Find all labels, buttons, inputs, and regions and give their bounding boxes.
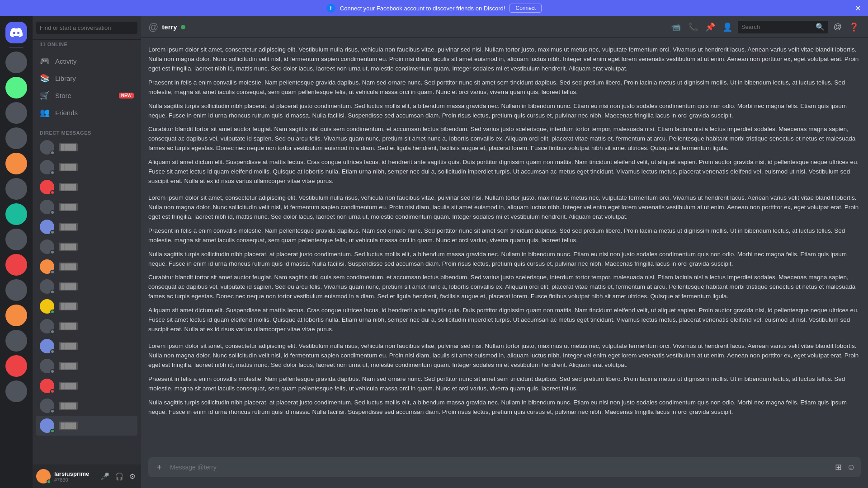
connect-button[interactable]: Connect	[509, 4, 542, 13]
server-icon[interactable]	[5, 305, 27, 326]
search-container[interactable]: 🔍	[738, 21, 828, 33]
server-icon[interactable]	[5, 254, 27, 276]
at-symbol: @	[148, 21, 158, 33]
dm-status-dot	[50, 210, 55, 215]
message-paragraph: Praesent in felis a enim convallis moles…	[148, 78, 861, 97]
dm-status-dot	[50, 290, 55, 294]
nav-label-store: Store	[55, 92, 71, 99]
add-attachment-button[interactable]: +	[152, 460, 166, 474]
message-input[interactable]	[170, 460, 830, 474]
message-block-m2: Lorem ipsum dolor sit amet, consectetur …	[148, 193, 861, 334]
header-actions: 📹 📞 📌 👤 🔍 @ ❓	[669, 20, 861, 34]
server-icon[interactable]	[5, 102, 27, 124]
dm-name: ████	[59, 223, 78, 231]
banner-close-button[interactable]: ✕	[855, 4, 861, 13]
dm-item-dm9[interactable]: ████	[36, 296, 137, 316]
message-block-m3: Lorem ipsum dolor sit amet, consectetur …	[148, 342, 861, 417]
message-paragraph: Lorem ipsum dolor sit amet, consectetur …	[148, 45, 861, 74]
dm-item-dm2[interactable]: ████	[36, 157, 137, 177]
messages-area: Lorem ipsum dolor sit amet, consectetur …	[141, 38, 868, 457]
message-input-box: + ⊞ ☺	[148, 457, 861, 477]
mute-button[interactable]: 🎤	[99, 471, 111, 482]
emoji-button[interactable]: ☺	[845, 461, 857, 474]
dm-status-dot	[50, 150, 55, 155]
dm-status-dot	[50, 389, 55, 394]
dm-status-dot	[50, 349, 55, 354]
dm-name: ████	[59, 163, 78, 171]
username: larsiusprime	[54, 470, 95, 477]
nav-item-store[interactable]: 🛒 Store NEW	[36, 87, 137, 104]
dm-item-dm3[interactable]: ████	[36, 177, 137, 197]
dm-item-dm8[interactable]: ████	[36, 277, 137, 296]
server-icon[interactable]	[5, 330, 27, 352]
dm-name: ████	[59, 263, 78, 271]
dm-status-dot	[50, 310, 55, 314]
dm-status-dot	[50, 190, 55, 195]
server-icon[interactable]	[5, 279, 27, 301]
voice-call-button[interactable]: 📞	[686, 20, 700, 34]
store-icon: 🛒	[40, 90, 50, 100]
pin-button[interactable]: 📌	[703, 20, 717, 34]
help-button[interactable]: ❓	[847, 20, 861, 34]
server-separator	[9, 47, 24, 48]
dm-name: ████	[59, 322, 78, 330]
dm-item-dm1[interactable]: ████	[36, 137, 137, 157]
dm-item-dm6[interactable]: ████	[36, 237, 137, 257]
search-input[interactable]	[741, 23, 816, 30]
server-icon[interactable]	[5, 380, 27, 402]
search-bar	[33, 16, 141, 40]
server-icon[interactable]	[5, 178, 27, 200]
server-icon[interactable]	[5, 52, 27, 73]
video-call-button[interactable]: 📹	[669, 20, 683, 34]
dm-avatar	[40, 200, 54, 214]
friends-icon: 👥	[40, 108, 50, 117]
dm-status-dot	[50, 250, 55, 254]
library-icon: 📚	[40, 73, 50, 83]
server-icon[interactable]	[5, 127, 27, 149]
dm-item-dm15[interactable]: ████	[36, 416, 137, 436]
dm-name: ████	[59, 402, 78, 410]
deafen-button[interactable]: 🎧	[113, 471, 126, 482]
dm-item-dm7[interactable]: ████	[36, 257, 137, 277]
dm-item-dm11[interactable]: ████	[36, 336, 137, 356]
dm-avatar	[40, 339, 54, 353]
dm-status-dot	[50, 369, 55, 374]
discord-home-button[interactable]	[5, 22, 27, 43]
dm-name: ████	[59, 143, 78, 151]
gif-button[interactable]: ⊞	[833, 460, 844, 474]
dm-avatar	[40, 239, 54, 254]
dm-avatar	[40, 379, 54, 393]
dm-item-dm4[interactable]: ████	[36, 197, 137, 217]
settings-button[interactable]: ⚙	[127, 471, 137, 482]
dm-list: ████ ████ ████ ████ ████ ████ ████	[33, 137, 141, 465]
dm-section-title: DIRECT MESSAGES	[33, 123, 141, 137]
dm-name: ████	[59, 302, 78, 310]
activity-icon: 🎮	[40, 56, 50, 66]
dm-item-dm10[interactable]: ████	[36, 316, 137, 336]
message-paragraph: Praesent in felis a enim convallis moles…	[148, 226, 861, 245]
nav-item-library[interactable]: 📚 Library	[36, 70, 137, 87]
server-icon[interactable]	[5, 153, 27, 174]
add-member-button[interactable]: 👤	[721, 20, 734, 34]
at-button[interactable]: @	[832, 20, 844, 33]
user-status-dot	[47, 479, 51, 484]
banner-text: Connect your Facebook account to discove…	[340, 5, 505, 12]
user-avatar	[36, 469, 51, 483]
dm-item-dm14[interactable]: ████	[36, 396, 137, 416]
server-icon[interactable]	[5, 203, 27, 225]
find-conversation-input[interactable]	[36, 22, 137, 34]
channel-sidebar: 11 ONLINE 🎮 Activity 📚 Library 🛒 Store N…	[33, 16, 141, 488]
server-icon[interactable]	[5, 77, 27, 99]
dm-avatar	[40, 160, 54, 174]
dm-status-dot	[50, 170, 55, 175]
dm-avatar	[40, 140, 54, 155]
dm-item-dm13[interactable]: ████	[36, 376, 137, 396]
nav-item-friends[interactable]: 👥 Friends	[36, 104, 137, 121]
dm-item-dm12[interactable]: ████	[36, 356, 137, 376]
dm-item-dm5[interactable]: ████	[36, 217, 137, 237]
user-panel: larsiusprime #7830 🎤 🎧 ⚙	[33, 465, 141, 488]
server-icon[interactable]	[5, 229, 27, 250]
server-icon[interactable]	[5, 355, 27, 377]
search-icon: 🔍	[816, 23, 825, 31]
nav-item-activity[interactable]: 🎮 Activity	[36, 52, 137, 70]
